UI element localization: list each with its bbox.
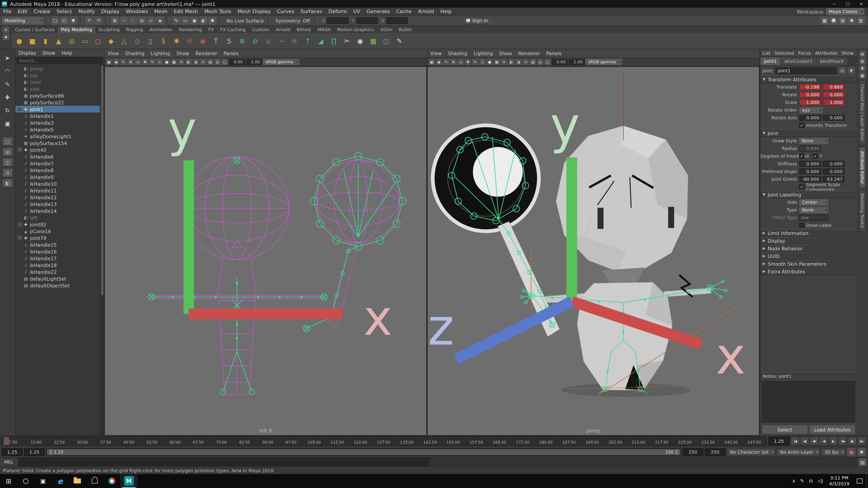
section-joint-labelling[interactable]: ▼ Joint Labelling bbox=[761, 191, 857, 198]
lock-camera-icon[interactable]: ◉ bbox=[113, 59, 119, 65]
menu-item[interactable]: Surfaces bbox=[298, 8, 325, 15]
wireframe-icon[interactable]: ◇ bbox=[156, 59, 163, 65]
outliner-item[interactable]: + joint82 bbox=[16, 221, 104, 228]
select-tool[interactable]: ➤ bbox=[2, 52, 13, 64]
auto-keyframe-icon[interactable]: ● bbox=[847, 448, 855, 456]
pen-icon[interactable]: ✎ bbox=[798, 474, 807, 488]
isolate-select-icon[interactable]: ◎ bbox=[537, 59, 544, 65]
menu-item[interactable]: Display bbox=[98, 8, 123, 15]
expand-icon[interactable] bbox=[18, 87, 22, 91]
attribute-editor-tab[interactable]: bindPose3 bbox=[817, 57, 848, 65]
attribute-editor-sidebar-icon[interactable]: ▥ bbox=[859, 58, 866, 64]
motion-blur-icon[interactable]: ≈ bbox=[523, 59, 529, 65]
grease-pencil-icon[interactable]: ✎ bbox=[472, 59, 478, 65]
taskbar-clock[interactable]: 3:11 PM 4/3/2019 bbox=[826, 475, 853, 487]
smooth-shade-icon[interactable]: ● bbox=[487, 59, 493, 65]
snap-to-points-icon[interactable]: ∴ bbox=[129, 17, 137, 25]
playback-end-field[interactable]: 250 bbox=[682, 448, 703, 456]
outliner-item[interactable]: top bbox=[16, 72, 104, 78]
animation-end-field[interactable]: 250 bbox=[705, 448, 725, 456]
menu-item[interactable]: Arnold bbox=[415, 8, 437, 15]
poly-cone-icon[interactable]: ▲ bbox=[53, 35, 65, 47]
volume-icon[interactable]: ◁) bbox=[815, 474, 826, 488]
outliner-item[interactable]: ikHandle18 bbox=[16, 262, 104, 268]
wireframe-icon[interactable]: ◇ bbox=[479, 59, 486, 65]
scale-x-field[interactable]: 1.000 bbox=[799, 99, 821, 105]
bookmark-icon[interactable]: ★ bbox=[450, 59, 457, 65]
menu-item[interactable]: Modify bbox=[75, 8, 98, 15]
viewport-menu-item[interactable]: View bbox=[104, 51, 122, 56]
outliner-item[interactable]: front bbox=[16, 78, 104, 86]
shelf-tab[interactable]: Rigging bbox=[123, 26, 146, 33]
outliner-scrollbar[interactable] bbox=[100, 65, 104, 435]
attribute-editor-tab[interactable]: skinCluster2 bbox=[781, 57, 817, 65]
load-attributes-button[interactable]: Load Attributes bbox=[809, 425, 855, 434]
collapsed-section-header[interactable]: ▶ Extra Attributes bbox=[761, 267, 857, 275]
undo-icon[interactable]: ↶ bbox=[86, 17, 94, 25]
poly-prism-icon[interactable]: ◇ bbox=[131, 35, 143, 47]
minimize-button[interactable]: ─ bbox=[827, 0, 841, 8]
viewport-menu-item[interactable]: Panels bbox=[543, 51, 565, 56]
extrude-icon[interactable]: ↑ bbox=[302, 35, 314, 47]
notes-field[interactable] bbox=[762, 381, 855, 422]
chrome-icon[interactable] bbox=[103, 474, 120, 488]
mirror-icon[interactable]: ◫ bbox=[380, 35, 393, 47]
rotate-tool[interactable]: ↻ bbox=[2, 104, 13, 116]
expand-icon[interactable] bbox=[18, 73, 22, 77]
show-desktop-button[interactable] bbox=[866, 474, 868, 488]
attribute-editor-menu-item[interactable]: Selected bbox=[772, 51, 796, 55]
sign-in-button[interactable]: ☻ Sign In bbox=[463, 17, 494, 24]
outliner-item[interactable]: ikHandle6 bbox=[16, 153, 104, 160]
outliner-item[interactable]: ikHandle10 bbox=[16, 180, 104, 187]
outliner-item[interactable]: ikHandle5 bbox=[16, 126, 104, 133]
expand-icon[interactable] bbox=[18, 283, 22, 287]
expand-icon[interactable] bbox=[18, 141, 22, 145]
outliner-search-input[interactable] bbox=[17, 57, 103, 64]
shelf-tab-menu-icon[interactable]: ▾ bbox=[3, 27, 9, 33]
boolean-intersection-icon[interactable]: ∩ bbox=[288, 35, 301, 47]
view-transform-selector[interactable]: sRGB gamma bbox=[263, 59, 299, 65]
viewport-menu-item[interactable]: Panels bbox=[220, 51, 242, 56]
script-editor-icon[interactable]: ▤ bbox=[859, 458, 867, 466]
snap-to-grids-icon[interactable]: ⊞ bbox=[111, 17, 119, 25]
menu-item[interactable]: Edit Mesh bbox=[170, 8, 202, 15]
render-settings-icon[interactable]: ✱ bbox=[209, 17, 217, 25]
task-view-button[interactable]: ▣ bbox=[34, 474, 52, 488]
separator[interactable] bbox=[167, 17, 169, 24]
scale-tool[interactable]: ▣ bbox=[2, 118, 13, 129]
attribute-editor-menu-item[interactable]: Attributes bbox=[813, 51, 839, 55]
outliner-item[interactable]: ikHandle11 bbox=[16, 187, 104, 194]
screen-space-ao-icon[interactable]: ◑ bbox=[515, 59, 522, 65]
viewport-menu-item[interactable]: Shading bbox=[122, 51, 148, 56]
outliner-item[interactable]: ikHandle3 bbox=[16, 119, 104, 126]
render-view-icon[interactable]: ▭ bbox=[181, 17, 189, 25]
menu-item[interactable]: UV bbox=[350, 8, 364, 15]
menu-item[interactable]: Mesh Display bbox=[235, 8, 274, 15]
expand-icon[interactable] bbox=[18, 168, 22, 172]
viewport-menu-item[interactable]: Show bbox=[496, 51, 515, 56]
expand-icon[interactable] bbox=[18, 256, 22, 260]
expand-icon[interactable] bbox=[18, 80, 22, 84]
viewport-menu-item[interactable]: Renderer bbox=[515, 51, 543, 56]
expand-icon[interactable] bbox=[18, 216, 22, 220]
textured-icon[interactable]: ▦ bbox=[171, 59, 177, 65]
poly-disc-icon[interactable]: ○ bbox=[92, 35, 104, 47]
draw-label-checkbox[interactable] bbox=[799, 223, 804, 228]
shelf-tab[interactable]: Animation bbox=[146, 26, 176, 33]
viewport-canvas-persp[interactable]: y x z persp bbox=[427, 66, 760, 435]
outliner-item[interactable]: ikHandle16 bbox=[16, 248, 104, 255]
outliner-menu-item[interactable]: Show bbox=[39, 50, 58, 56]
menu-item[interactable]: Cache bbox=[393, 8, 415, 15]
side-selector[interactable]: Center bbox=[799, 199, 828, 205]
use-all-lights-icon[interactable]: ☀ bbox=[178, 59, 184, 65]
collapsed-section-header[interactable]: ▶ Limit Information bbox=[761, 229, 857, 237]
outliner-item[interactable]: side bbox=[16, 86, 104, 92]
outliner-item[interactable]: ikHandle13 bbox=[16, 201, 104, 207]
shelf-tab[interactable]: MASH bbox=[314, 26, 334, 33]
menu-item[interactable]: File bbox=[0, 8, 15, 15]
poly-cylinder-icon[interactable]: ▮ bbox=[39, 35, 52, 47]
outliner-item[interactable]: ikHandle14 bbox=[16, 207, 104, 214]
lock-camera-icon[interactable]: ◉ bbox=[436, 59, 442, 65]
presets-icon[interactable]: ✱ bbox=[848, 67, 855, 74]
rotate-y-field[interactable]: 0.000 bbox=[823, 92, 844, 98]
